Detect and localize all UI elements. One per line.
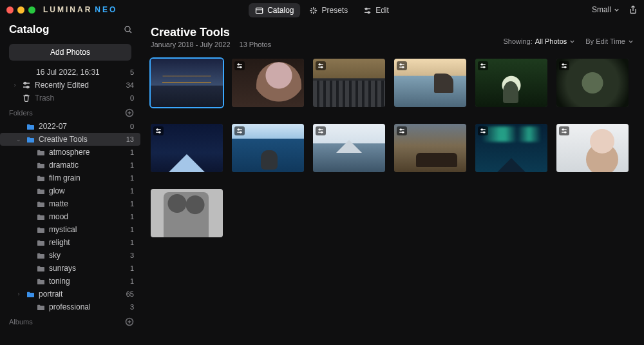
svg-point-3 — [125, 26, 130, 32]
edited-badge-icon — [478, 61, 488, 70]
section-folders: Folders — [0, 104, 140, 120]
traffic-lights[interactable] — [6, 6, 35, 14]
add-album-icon[interactable] — [125, 317, 134, 326]
photo-thumb[interactable] — [475, 124, 547, 172]
brand-word-2: NEO — [95, 5, 117, 14]
sliders-icon — [22, 81, 31, 90]
folder-icon — [36, 238, 45, 247]
folder-count: 1 — [130, 161, 134, 169]
shortcut-label: Trash — [35, 94, 126, 103]
shortcut-recently-edited[interactable]: ›Recently Edited34 — [0, 79, 140, 92]
folder-label: dramatic — [49, 161, 126, 170]
folder-matte[interactable]: matte1 — [0, 197, 140, 210]
photo-thumb[interactable] — [394, 124, 466, 172]
folder-count: 1 — [130, 174, 134, 182]
sort-label: By Edit Time — [585, 37, 625, 45]
main-panel: Creative Tools January 2018 - July 2022 … — [140, 19, 644, 345]
photo-thumb[interactable] — [475, 59, 547, 107]
folder-mystical[interactable]: mystical1 — [0, 223, 140, 236]
share-icon[interactable] — [629, 5, 638, 14]
folder-count: 3 — [130, 251, 134, 259]
edited-badge-icon — [559, 126, 569, 135]
folder-count: 1 — [130, 277, 134, 285]
folder-atmosphere[interactable]: atmosphere1 — [0, 146, 140, 159]
chevron-down-icon[interactable]: ⌄ — [15, 136, 22, 143]
folder-icon — [36, 302, 45, 311]
folder-professional[interactable]: professional3 — [0, 301, 140, 313]
folder-icon — [36, 186, 45, 195]
collection-date-range: January 2018 - July 2022 — [151, 41, 231, 48]
photo-thumbnail-image — [151, 189, 223, 237]
mode-edit[interactable]: Edit — [357, 3, 395, 17]
folder-label: mood — [49, 212, 126, 221]
folder-icon — [36, 225, 45, 234]
photo-thumb[interactable] — [151, 59, 223, 107]
photo-thumb[interactable] — [313, 124, 385, 172]
photo-grid — [149, 55, 635, 237]
shortcut-count: 34 — [126, 81, 134, 89]
folder-icon — [26, 135, 35, 144]
folder-label: glow — [49, 186, 126, 195]
sort-select[interactable]: By Edit Time — [585, 37, 634, 45]
thumbnail-size-select[interactable]: Small — [592, 5, 620, 14]
folder-sky[interactable]: sky3 — [0, 249, 140, 262]
folder-count: 1 — [130, 226, 134, 233]
app-logo: LUMINAR NEO — [43, 5, 117, 14]
photo-thumb[interactable] — [151, 124, 223, 172]
add-folder-icon[interactable] — [125, 108, 134, 117]
edited-badge-icon — [559, 61, 569, 70]
chevron-down-icon — [614, 7, 620, 13]
filter-showing-value: All Photos — [535, 37, 567, 45]
folders-label: Folders — [9, 109, 33, 117]
folder-label: mystical — [49, 225, 126, 234]
folder-sunrays[interactable]: sunrays1 — [0, 262, 140, 275]
photo-thumb[interactable] — [556, 124, 629, 172]
folder-relight[interactable]: relight1 — [0, 236, 140, 249]
folder-label: Creative Tools — [39, 135, 122, 144]
folder-label: toning — [49, 277, 126, 286]
zoom-icon[interactable] — [28, 6, 35, 14]
folder-portrait[interactable]: ›portrait65 — [0, 288, 140, 301]
photo-thumb[interactable] — [232, 124, 304, 172]
sidebar: Catalog Add Photos 16 Jul 2022, 16:315›R… — [0, 19, 140, 345]
shortcut-trash[interactable]: Trash0 — [0, 92, 140, 104]
folder-icon — [26, 122, 35, 131]
folder-film-grain[interactable]: film grain1 — [0, 172, 140, 184]
chevron-down-icon — [569, 39, 575, 44]
folder-mood[interactable]: mood1 — [0, 210, 140, 223]
folder-dramatic[interactable]: dramatic1 — [0, 159, 140, 172]
add-photos-button[interactable]: Add Photos — [9, 44, 131, 61]
photo-thumb[interactable] — [394, 59, 466, 107]
mode-presets[interactable]: Presets — [303, 3, 355, 17]
folder-toning[interactable]: toning1 — [0, 275, 140, 288]
folder-label: sky — [49, 251, 126, 260]
mode-catalog[interactable]: Catalog — [249, 3, 300, 17]
photo-thumb[interactable] — [151, 189, 223, 237]
photo-thumb[interactable] — [556, 59, 629, 107]
edited-badge-icon — [153, 126, 164, 135]
folder-count: 65 — [126, 290, 134, 298]
close-icon[interactable] — [6, 6, 14, 14]
folder-2022-07[interactable]: 2022-070 — [0, 120, 140, 133]
photo-thumb[interactable] — [313, 59, 385, 107]
photo-thumbnail-image — [151, 59, 223, 107]
sliders-icon — [363, 6, 372, 15]
folder-icon — [36, 148, 45, 157]
folder-count: 0 — [130, 123, 134, 130]
window-titlebar: LUMINAR NEO Catalog Presets Edit Small — [0, 0, 644, 19]
thumbnail-size-label: Small — [592, 5, 611, 14]
collection-photo-count: 13 Photos — [240, 41, 272, 48]
folder-creative-tools[interactable]: ⌄Creative Tools13 — [0, 133, 140, 146]
shortcut-16-jul-2022-16-31[interactable]: 16 Jul 2022, 16:315 — [0, 66, 140, 79]
folder-label: atmosphere — [49, 148, 126, 157]
photo-thumb[interactable] — [232, 59, 304, 107]
folder-label: professional — [49, 302, 126, 311]
folder-glow[interactable]: glow1 — [0, 184, 140, 197]
search-icon[interactable] — [124, 25, 133, 34]
folder-icon — [36, 277, 45, 286]
folder-label: sunrays — [49, 264, 126, 273]
chevron-right-icon[interactable]: › — [15, 291, 22, 297]
minimize-icon[interactable] — [17, 6, 24, 14]
filter-showing[interactable]: Showing: All Photos — [503, 37, 575, 45]
folder-count: 3 — [130, 303, 134, 311]
